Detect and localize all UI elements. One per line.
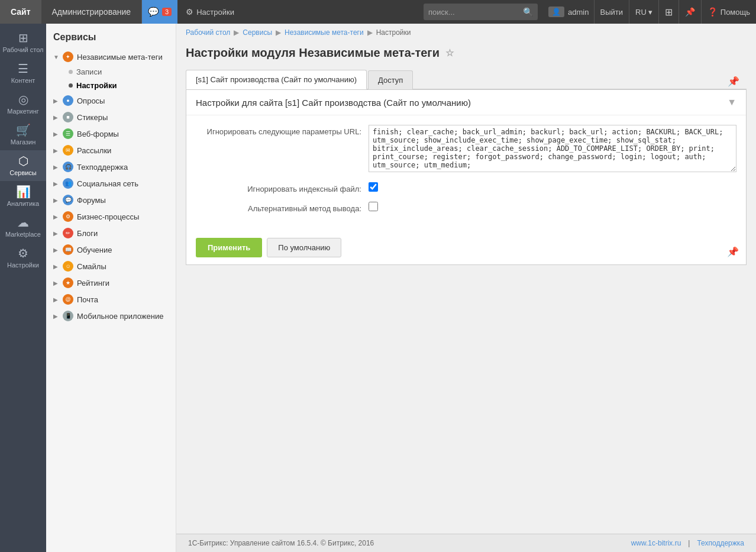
sidebar-item-smileys[interactable]: ▶ ☺ Смайлы — [46, 258, 176, 275]
search-box[interactable]: 🔍 — [424, 4, 538, 20]
sidebar-subitem-records[interactable]: Записи — [69, 65, 176, 79]
index-file-checkbox[interactable] — [369, 182, 378, 192]
nav-item-marketplace[interactable]: ☁ Marketplace — [0, 212, 46, 243]
form-row-alt-method: Альтернативный метод вывода: — [196, 202, 736, 213]
support-icon: 🎧 — [63, 162, 73, 172]
breadcrumb-desktop[interactable]: Рабочий стол — [186, 28, 230, 37]
help-button[interactable]: ❓ Помощь — [701, 0, 756, 24]
form-row-url-params: Игнорировать следующие параметры URL: fi… — [196, 125, 736, 174]
alt-method-checkbox[interactable] — [369, 202, 378, 211]
collapse-icon[interactable]: ▼ — [727, 97, 736, 108]
tab-site[interactable]: [s1] Сайт производства (Сайт по умолчани… — [186, 70, 367, 89]
tabs-wrapper: [s1] Сайт производства (Сайт по умолчани… — [186, 69, 747, 265]
tabs-row: [s1] Сайт производства (Сайт по умолчани… — [186, 69, 747, 89]
smileys-arrow: ▶ — [53, 263, 59, 270]
top-settings-button[interactable]: ⚙ Настройки — [177, 0, 243, 24]
mail-icon: @ — [63, 294, 73, 305]
sidebar-item-forums[interactable]: ▶ 💬 Форумы — [46, 192, 176, 208]
sidebar-item-mail[interactable]: ▶ @ Почта — [46, 291, 176, 308]
breadcrumb-arrow-1: ▶ — [234, 28, 239, 37]
pin-icon[interactable]: 📌 — [679, 0, 701, 24]
favorite-star-icon[interactable]: ☆ — [445, 47, 454, 59]
footer-links: www.1c-bitrix.ru | Техподдержка — [631, 539, 744, 547]
stickers-icon: ■ — [63, 112, 73, 122]
forums-icon: 💬 — [63, 195, 73, 205]
sidebar-item-learning[interactable]: ▶ 📖 Обучение — [46, 241, 176, 258]
top-bar: Сайт Администрирование 💬 3 ⚙ Настройки 🔍… — [0, 0, 756, 24]
page-title: Настройки модуля Независимые мета-теги — [186, 46, 440, 60]
sidebar-item-support[interactable]: ▶ 🎧 Техподдержка — [46, 159, 176, 175]
breadcrumb-metatags[interactable]: Независимые мета-теги — [285, 28, 364, 37]
mobile-icon: 📱 — [63, 311, 73, 321]
mailings-arrow: ▶ — [53, 147, 59, 154]
nav-item-services[interactable]: ⬡ Сервисы — [0, 150, 46, 181]
sidebar-item-stickers[interactable]: ▶ ■ Стикеры — [46, 109, 176, 125]
smileys-icon: ☺ — [63, 261, 73, 272]
sidebar-item-blogs[interactable]: ▶ ✏ Блоги — [46, 225, 176, 241]
chevron-down-icon: ▾ — [648, 8, 652, 17]
desktop-icon: ⊞ — [18, 32, 28, 44]
panel-bottom-pin-icon[interactable]: 📌 — [727, 246, 739, 257]
language-selector[interactable]: RU ▾ — [629, 0, 658, 24]
sidebar: Сервисы ▼ ✦ Независимые мета-теги Записи… — [46, 24, 176, 552]
expand-arrow: ▼ — [53, 54, 59, 60]
sidebar-subitem-settings[interactable]: Настройки — [69, 79, 176, 92]
footer-support-link[interactable]: Техподдержка — [697, 539, 744, 547]
polls-arrow: ▶ — [53, 98, 59, 104]
ratings-arrow: ▶ — [53, 280, 59, 286]
sidebar-item-mailings[interactable]: ▶ ✉ Рассылки — [46, 142, 176, 159]
stickers-arrow: ▶ — [53, 114, 59, 121]
apply-button[interactable]: Применить — [196, 238, 262, 257]
nav-item-marketing[interactable]: ◎ Маркетинг — [0, 89, 46, 120]
alt-method-field — [369, 202, 736, 211]
sidebar-item-webforms[interactable]: ▶ ☰ Веб-формы — [46, 125, 176, 142]
bizproc-arrow: ▶ — [53, 214, 59, 220]
form-section: Игнорировать следующие параметры URL: fi… — [186, 115, 746, 231]
search-icon[interactable]: 🔍 — [523, 7, 533, 17]
marketing-icon: ◎ — [18, 93, 28, 105]
breadcrumb-arrow-3: ▶ — [367, 28, 373, 37]
tab-access[interactable]: Доступ — [368, 70, 413, 89]
sidebar-item-metatags[interactable]: ▼ ✦ Независимые мета-теги — [46, 49, 176, 65]
webforms-arrow: ▶ — [53, 131, 59, 137]
analytics-icon: 📊 — [16, 186, 31, 198]
settings-nav-icon: ⚙ — [18, 247, 28, 259]
sub-dot-records — [69, 70, 73, 74]
sidebar-item-social[interactable]: ▶ 👥 Социальная сеть — [46, 175, 176, 192]
sidebar-item-polls[interactable]: ▶ ● Опросы — [46, 92, 176, 109]
search-input[interactable] — [428, 8, 523, 17]
nav-item-analytics[interactable]: 📊 Аналитика — [0, 181, 46, 212]
notification-badge: 3 — [162, 8, 172, 16]
nav-item-settings[interactable]: ⚙ Настройки — [0, 243, 46, 273]
url-params-label: Игнорировать следующие параметры URL: — [196, 125, 361, 136]
bizproc-icon: ⚙ — [63, 211, 73, 222]
url-params-field[interactable]: finish; clear_cache; back_url_admin; bac… — [369, 125, 736, 174]
user-menu[interactable]: 👤 admin — [544, 0, 593, 24]
logout-button[interactable]: Выйти — [594, 0, 629, 24]
footer-site-link[interactable]: www.1c-bitrix.ru — [631, 539, 681, 547]
sidebar-item-ratings[interactable]: ▶ ★ Рейтинги — [46, 275, 176, 291]
admin-label: Администрирование — [41, 0, 143, 24]
notifications-button[interactable]: 💬 3 — [142, 0, 177, 24]
default-button[interactable]: По умолчанию — [267, 238, 341, 257]
nav-item-desktop[interactable]: ⊞ Рабочий стол — [0, 27, 46, 58]
url-params-textarea[interactable]: finish; clear_cache; back_url_admin; bac… — [369, 125, 736, 172]
user-icon: 👤 — [548, 7, 564, 17]
footer: 1С-Битрикс: Управление сайтом 16.5.4. © … — [176, 534, 756, 552]
site-button[interactable]: Сайт — [0, 0, 41, 24]
settings-panel-header: Настройки для сайта [s1] Сайт производст… — [186, 90, 746, 115]
forums-arrow: ▶ — [53, 197, 59, 204]
grid-icon[interactable]: ⊞ — [658, 0, 679, 24]
services-icon: ⬡ — [18, 155, 28, 167]
mobile-arrow: ▶ — [53, 313, 59, 319]
marketplace-icon: ☁ — [17, 217, 29, 228]
nav-item-content[interactable]: ☰ Контент — [0, 58, 46, 89]
breadcrumb-services[interactable]: Сервисы — [243, 28, 272, 37]
breadcrumb-current: Настройки — [376, 28, 411, 37]
sidebar-item-mobile[interactable]: ▶ 📱 Мобильное приложение — [46, 308, 176, 324]
polls-icon: ● — [63, 95, 73, 106]
blogs-icon: ✏ — [63, 228, 73, 238]
nav-item-shop[interactable]: 🛒 Магазин — [0, 120, 46, 150]
sidebar-item-bizproc[interactable]: ▶ ⚙ Бизнес-процессы — [46, 208, 176, 225]
page-content: Настройки модуля Независимые мета-теги ☆… — [176, 41, 756, 534]
